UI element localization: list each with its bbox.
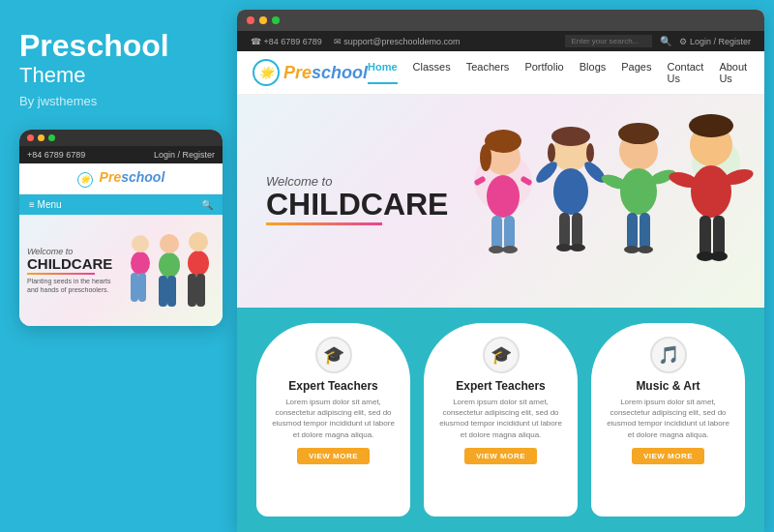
hero-content: Welcome to CHILDCARE	[266, 174, 448, 228]
hero-title: CHILDCARE	[266, 189, 448, 220]
svg-point-23	[502, 246, 518, 253]
card-3: 🎵 Music & Art Lorem ipsum dolor sit amet…	[591, 323, 745, 517]
svg-rect-40	[627, 213, 638, 250]
svg-point-43	[638, 246, 653, 253]
site-logo: 🌟 Preschool	[253, 59, 368, 86]
card-2-text: Lorem ipsum dolor sit amet, consectetur …	[435, 397, 566, 440]
card-1-title: Expert Teachers	[288, 379, 378, 393]
dot-yellow	[38, 134, 45, 141]
svg-rect-20	[491, 216, 502, 250]
svg-point-8	[188, 251, 209, 276]
mobile-desc: Planting seeds in the hearts and hands o…	[27, 277, 114, 294]
site-topbar-left: ☎ +84 6789 6789 ✉ support@preschooldemo.…	[251, 37, 461, 46]
card-3-icon: 🎵	[650, 337, 687, 373]
svg-point-25	[551, 127, 590, 146]
browser-dot-green	[272, 16, 280, 24]
svg-point-0	[131, 251, 150, 275]
hero-kids-group	[445, 104, 755, 308]
theme-title: Preschool Theme By jwsthemes	[19, 29, 218, 130]
mobile-kids-illustration	[116, 215, 223, 326]
site-email: ✉ support@preschooldemo.com	[334, 37, 461, 46]
mobile-logo-school: school	[121, 169, 164, 185]
site-hero: Welcome to CHILDCARE	[237, 95, 764, 308]
browser-dot-yellow	[259, 16, 267, 24]
svg-point-27	[586, 143, 594, 163]
card-1-text: Lorem ipsum dolor sit amet, consectetur …	[268, 397, 399, 440]
search-icon[interactable]: 🔍	[660, 36, 671, 46]
site-logo-text: Preschool	[283, 63, 368, 83]
svg-rect-41	[640, 213, 650, 250]
mobile-nav-bar: ≡ Menu 🔍	[19, 194, 223, 215]
site-search-input[interactable]	[565, 35, 652, 47]
card-2-button[interactable]: VIEW MORE	[464, 448, 537, 464]
svg-point-34	[570, 244, 585, 251]
svg-point-52	[710, 251, 728, 261]
author-credit: By jwsthemes	[19, 94, 218, 108]
nav-classes[interactable]: Classes	[413, 61, 451, 84]
mobile-menu[interactable]: ≡ Menu	[29, 199, 62, 210]
nav-contact[interactable]: Contact Us	[667, 61, 703, 84]
svg-point-33	[556, 244, 572, 251]
mobile-underline	[27, 273, 95, 275]
svg-point-28	[553, 168, 588, 215]
preschool-title: Preschool	[19, 29, 218, 63]
svg-rect-49	[700, 216, 711, 256]
mobile-logo-pre: Pre	[100, 169, 122, 185]
mobile-search-icon[interactable]: 🔍	[201, 199, 213, 210]
mobile-login: Login / Register	[154, 150, 215, 160]
card-1: 🎓 Expert Teachers Lorem ipsum dolor sit …	[256, 323, 410, 517]
svg-point-45	[689, 114, 733, 137]
site-topbar-right: 🔍 ⚙ Login / Register	[565, 35, 751, 47]
card-3-title: Music & Art	[636, 379, 700, 393]
login-link[interactable]: ⚙ Login / Register	[679, 37, 751, 46]
logo-school: school	[312, 63, 368, 82]
svg-rect-2	[131, 273, 138, 302]
mobile-kids-svg	[116, 215, 223, 326]
card-2-title: Expert Teachers	[456, 379, 546, 393]
logo-pre: Pre	[283, 63, 312, 82]
svg-point-37	[620, 168, 657, 215]
svg-rect-31	[559, 213, 570, 248]
dot-green	[48, 134, 55, 141]
card-2-icon: 🎓	[483, 337, 520, 373]
theme-subtitle: Theme	[19, 63, 218, 88]
card-3-button[interactable]: VIEW MORE	[632, 448, 704, 464]
svg-point-17	[487, 175, 520, 218]
left-panel: Preschool Theme By jwsthemes +84 6789 67…	[0, 0, 237, 532]
nav-home[interactable]: Home	[368, 61, 398, 84]
svg-point-42	[624, 246, 640, 253]
nav-blogs[interactable]: Blogs	[580, 61, 607, 84]
site-topbar: ☎ +84 6789 6789 ✉ support@preschooldemo.…	[237, 31, 764, 51]
nav-about[interactable]: About Us	[719, 61, 749, 84]
card-1-button[interactable]: VIEW MORE	[297, 448, 370, 464]
mobile-phone: +84 6789 6789	[27, 150, 85, 160]
nav-teachers[interactable]: Teachers	[466, 61, 510, 84]
mobile-mockup: +84 6789 6789 Login / Register 🌟 Prescho…	[19, 130, 223, 326]
browser-mockup: ☎ +84 6789 6789 ✉ support@preschooldemo.…	[237, 10, 764, 532]
nav-pages[interactable]: Pages	[621, 61, 651, 84]
hero-underline	[266, 222, 382, 225]
browser-dot-red	[247, 16, 254, 24]
browser-topbar	[237, 10, 764, 31]
site-nav: 🌟 Preschool Home Classes Teachers Portfo…	[237, 51, 764, 95]
mobile-topbar	[19, 130, 223, 146]
mobile-header-bar: +84 6789 6789 Login / Register	[19, 146, 223, 163]
svg-point-46	[691, 165, 731, 218]
svg-point-26	[548, 143, 555, 163]
mobile-logo-bar: 🌟 Preschool	[19, 163, 223, 194]
svg-point-16	[480, 144, 491, 171]
svg-rect-11	[196, 274, 205, 307]
svg-rect-32	[572, 213, 582, 248]
svg-rect-10	[188, 274, 196, 307]
cards-section: 🎓 Expert Teachers Lorem ipsum dolor sit …	[237, 308, 764, 532]
svg-point-22	[489, 246, 504, 253]
card-2: 🎓 Expert Teachers Lorem ipsum dolor sit …	[424, 323, 578, 517]
nav-portfolio[interactable]: Portfolio	[524, 61, 563, 84]
mobile-hero-text: Welcome to CHILDCARE Planting seeds in t…	[27, 247, 114, 294]
dot-red	[27, 134, 34, 141]
svg-point-5	[160, 234, 179, 253]
svg-point-36	[618, 123, 659, 144]
site-logo-icon: 🌟	[253, 59, 280, 86]
mobile-hero: Welcome to CHILDCARE Planting seeds in t…	[19, 215, 223, 326]
svg-rect-21	[504, 216, 515, 250]
